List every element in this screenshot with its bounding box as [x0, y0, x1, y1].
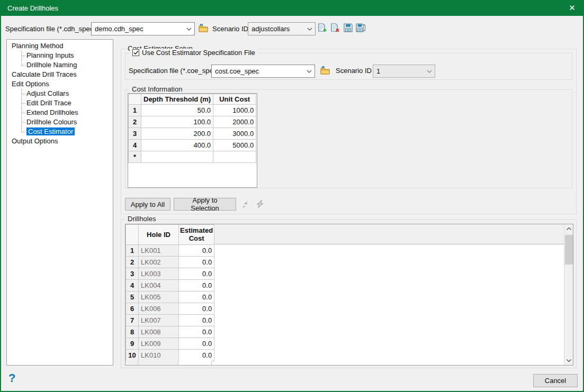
use-spec-file-group: Use Cost Estimator Specification File Sp… [125, 53, 572, 80]
table-row: 2 100.0 2000.0 [129, 116, 256, 128]
open-folder-icon [199, 24, 209, 34]
column-header-depth-threshold[interactable]: Depth Threshold (m) [141, 94, 213, 105]
tree-item-drillhole-colours[interactable]: Drillhole Colours [7, 117, 113, 127]
cost-information-grid: Depth Threshold (m) Unit Cost 1 50.0 100… [128, 93, 257, 188]
corner-header-cell[interactable] [126, 225, 139, 245]
tree-item-drillhole-naming[interactable]: Drillhole Naming [7, 60, 113, 70]
table-row: 3 200.0 3000.0 [129, 128, 256, 140]
column-header-unit-cost[interactable]: Unit Cost [213, 94, 256, 105]
table-row-new: * [129, 151, 256, 163]
tree-item-edit-options[interactable]: Edit Options [7, 79, 113, 89]
tree-item-extend-drillholes[interactable]: Extend Drillholes [7, 108, 113, 117]
open-folder-icon [320, 66, 330, 76]
coe-spec-file-label: Specification file (*.coe_spec) [129, 67, 219, 75]
table-row: 1 50.0 1000.0 [129, 105, 256, 116]
coe-scenario-id-label: Scenario ID [336, 67, 372, 75]
tree-item-adjust-collars[interactable]: Adjust Collars [7, 89, 113, 98]
scenario-id-combo[interactable]: adjustcollars [248, 22, 316, 35]
chevron-down-icon [304, 28, 315, 31]
table-row: 9 LK009 0.0 [126, 338, 214, 350]
tree-item-planning-inputs[interactable]: Planning Inputs [7, 51, 113, 60]
chevron-down-icon [424, 70, 435, 73]
window-title: Create Drillholes [0, 4, 58, 12]
help-icon[interactable]: ? [8, 371, 15, 385]
drillholes-table: Hole ID Estimated Cost 1 LK001 0.0 2 LK0… [125, 224, 214, 361]
drillholes-group: Drillholes Hole ID Estimated Cost 1 LK00… [121, 219, 577, 368]
table-row: 7 LK007 0.0 [126, 315, 214, 326]
create-drillholes-dialog: Create Drillholes ✕ Specification file (… [0, 0, 584, 392]
scroll-down-icon[interactable] [564, 356, 573, 365]
apply-arrow-up-icon [241, 199, 250, 211]
apply-to-selection-button[interactable]: Apply to Selection [174, 198, 236, 211]
drillholes-group-label: Drillholes [125, 215, 158, 223]
table-row: 2 LK002 0.0 [126, 257, 214, 268]
coe-scenario-id-combo[interactable]: 1 [373, 65, 435, 78]
vertical-scrollbar[interactable] [564, 224, 573, 365]
spec-file-combo[interactable]: demo.cdh_spec [91, 22, 195, 35]
tree-item-calculate-drill-traces[interactable]: Calculate Drill Traces [7, 70, 113, 79]
use-spec-file-checkbox-label[interactable]: Use Cost Estimator Specification File [142, 49, 255, 57]
table-row: 1 LK001 0.0 [126, 245, 214, 257]
table-row: 10 LK010 0.0 [126, 350, 214, 361]
delete-scenario-button[interactable] [329, 23, 341, 34]
table-row: 4 400.0 5000.0 [129, 140, 256, 151]
chevron-down-icon [304, 70, 315, 73]
scrollbar-thumb[interactable] [565, 235, 573, 265]
scroll-up-icon[interactable] [564, 224, 573, 233]
save-scenario-icon [344, 23, 353, 34]
coe-scenario-id-value: 1 [373, 67, 424, 75]
delete-scenario-icon [331, 23, 340, 34]
chevron-down-icon [184, 28, 194, 31]
tree-item-planning-method[interactable]: Planning Method [7, 41, 113, 51]
table-row: 8 LK008 0.0 [126, 326, 214, 338]
column-header-estimated-cost[interactable]: Estimated Cost [179, 225, 214, 245]
table-row: 5 LK005 0.0 [126, 291, 214, 303]
cost-information-group: Cost Information Depth Threshold (m) Uni… [125, 89, 572, 188]
close-button[interactable]: ✕ [560, 0, 584, 16]
checkmark-icon [133, 49, 139, 57]
save-scenario-as-button[interactable] [355, 23, 366, 34]
column-header-hole-id[interactable]: Hole ID [139, 225, 179, 245]
selected-tree-item: Cost Estimator [26, 127, 75, 135]
cost-information-table: Depth Threshold (m) Unit Cost 1 50.0 100… [128, 94, 256, 163]
tree-item-output-options[interactable]: Output Options [7, 136, 113, 146]
scenario-id-value: adjustcollars [248, 25, 304, 33]
spec-file-value: demo.cdh_spec [92, 25, 184, 33]
close-icon: ✕ [569, 3, 576, 13]
coe-spec-file-value: cost.coe_spec [212, 67, 304, 75]
drillholes-grid: Hole ID Estimated Cost 1 LK001 0.0 2 LK0… [125, 224, 573, 366]
apply-to-all-button[interactable]: Apply to All [125, 198, 170, 211]
cost-information-group-label: Cost Information [130, 85, 184, 93]
save-scenario-as-icon [356, 23, 366, 34]
tree-item-edit-drill-trace[interactable]: Edit Drill Trace [7, 98, 113, 108]
new-scenario-icon [318, 23, 327, 34]
partial-table-row [125, 361, 212, 366]
cost-estimator-setup-group: Cost Estimator Setup Use Cost Estimator … [121, 49, 577, 214]
save-scenario-button[interactable] [342, 23, 354, 34]
table-row: 6 LK006 0.0 [126, 303, 214, 315]
tree-item-cost-estimator[interactable]: Cost Estimator [7, 127, 113, 136]
coe-spec-file-combo[interactable]: cost.coe_spec [211, 65, 315, 78]
use-spec-file-checkbox[interactable] [132, 49, 139, 56]
spec-file-label: Specification file (*.cdh_spec) [5, 25, 96, 33]
apply-arrow-down-icon [255, 199, 265, 211]
scenario-id-label: Scenario ID [212, 25, 248, 33]
browse-coe-spec-file-button[interactable] [319, 65, 331, 77]
cancel-button[interactable]: Cancel [533, 374, 578, 387]
table-row: 4 LK004 0.0 [126, 280, 214, 291]
new-scenario-button[interactable] [317, 23, 328, 34]
settings-nav-tree: Planning Method Planning Inputs Drillhol… [6, 39, 113, 366]
browse-spec-file-button[interactable] [197, 23, 209, 34]
title-bar: Create Drillholes ✕ [0, 0, 584, 16]
corner-header-cell[interactable] [129, 94, 141, 105]
table-row: 3 LK003 0.0 [126, 268, 214, 280]
